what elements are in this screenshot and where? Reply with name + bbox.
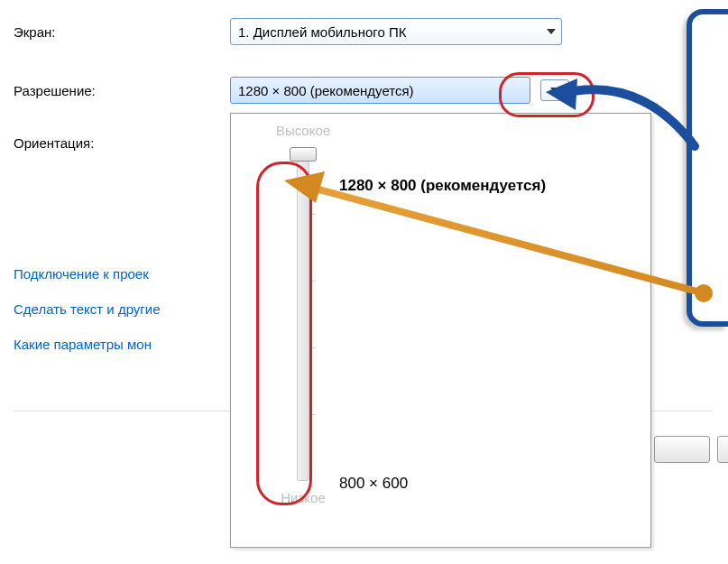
slider-value-top: 1280 × 800 (рекомендуется) xyxy=(339,177,546,195)
dialog-button-1[interactable] xyxy=(654,436,710,463)
orientation-label: Ориентация: xyxy=(14,135,230,151)
slider-thumb[interactable] xyxy=(290,147,317,162)
resolution-dropdown-value: 1280 × 800 (рекомендуется) xyxy=(238,83,414,98)
slider-track-bg xyxy=(297,147,309,481)
link-textsize[interactable]: Сделать текст и другие xyxy=(14,301,161,317)
chevron-down-icon xyxy=(547,29,556,34)
resolution-label: Разрешение: xyxy=(14,83,230,98)
slider-value-bottom: 800 × 600 xyxy=(339,475,408,493)
link-projector[interactable]: Подключение к проек xyxy=(14,266,161,282)
resolution-popup: Высокое Низкое 1280 × 800 (рекомендуется… xyxy=(230,113,651,548)
dialog-button-2[interactable] xyxy=(717,436,728,463)
link-monitor[interactable]: Какие параметры мон xyxy=(14,337,161,352)
chevron-down-icon xyxy=(540,79,569,101)
resolution-slider[interactable] xyxy=(296,147,310,481)
screen-label: Экран: xyxy=(14,24,230,40)
screen-dropdown-value: 1. Дисплей мобильного ПК xyxy=(238,24,406,40)
screen-dropdown[interactable]: 1. Дисплей мобильного ПК xyxy=(230,18,562,45)
annotation-callout-box xyxy=(687,9,728,327)
resolution-dropdown[interactable]: 1280 × 800 (рекомендуется) xyxy=(230,77,530,104)
slider-label-low: Низкое xyxy=(258,490,348,505)
slider-label-high: Высокое xyxy=(258,123,348,138)
